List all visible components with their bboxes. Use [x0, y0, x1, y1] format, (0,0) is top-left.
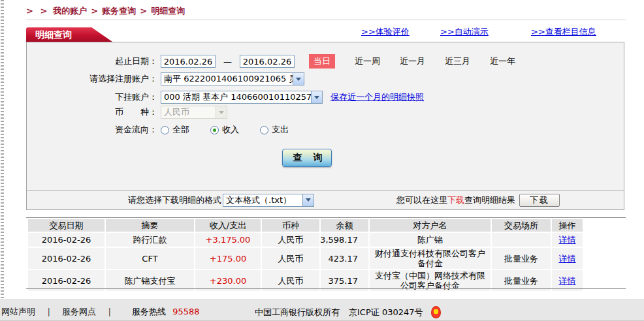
query-panel: 起止日期： — 当日 近一周 近一月 近三月 近一年 请选择注册账户： 南平 6…	[26, 42, 624, 210]
breadcrumb: > >我的账户>账务查询>明细查询	[26, 5, 185, 17]
footer-copyright: 中国工商银行版权所有	[255, 307, 340, 318]
table-cell-counterparty: 陈广锦	[370, 233, 491, 247]
date-from-input[interactable]	[161, 55, 216, 68]
sub-account-value: 000 活期 基本户 1406600101102571848	[161, 91, 311, 103]
quick-range-week[interactable]: 近一周	[355, 55, 380, 67]
currency-label: 币 种：	[27, 106, 157, 118]
breadcrumb-prefix: > >	[26, 6, 49, 16]
link-view-column-info[interactable]: >>查看栏目信息	[531, 26, 596, 38]
download-button[interactable]: 下载	[519, 194, 560, 207]
breadcrumb-account-query[interactable]: 账务查询	[102, 6, 136, 16]
currency-value: 人民币	[161, 106, 216, 118]
table-cell-amount: +175.00	[195, 248, 261, 269]
table-bottom-line	[26, 288, 626, 289]
tab-detail-query[interactable]: 明细查询	[26, 27, 112, 42]
flow-option-all[interactable]: 全部	[161, 124, 189, 136]
date-separator: —	[223, 57, 232, 67]
table-cell-summary: 跨行汇款	[106, 233, 194, 247]
flow-option-all-label: 全部	[172, 124, 189, 136]
table-cell-balance: 423.17	[321, 248, 368, 269]
table-header-balance: 余额	[321, 219, 368, 232]
footer-link-site-statement[interactable]: 网站声明	[1, 307, 35, 316]
link-auto-demo[interactable]: >>自动演示	[440, 26, 489, 38]
table-cell-date: 2016-02-26	[28, 233, 105, 247]
transaction-table: 交易日期 摘要 收入/支出 币种 余额 对方户名 交易场所 操作 2016-02…	[28, 219, 583, 291]
save-snapshot-link[interactable]: 保存近一个月的明细快照	[330, 91, 424, 103]
register-account-row: 请选择注册账户： 南平 6222001406100921065 灵通卡	[27, 72, 624, 85]
register-account-value: 南平 6222001406100921065 灵通卡	[161, 73, 293, 85]
table-header-amount: 收入/支出	[195, 219, 261, 232]
fund-flow-label: 资金流向：	[27, 124, 157, 136]
register-account-label: 请选择注册账户：	[27, 73, 157, 85]
chevron-down-icon	[311, 91, 322, 103]
fund-flow-row: 资金流向： 全部 收入 支出	[27, 124, 624, 136]
left-dotted-border	[1, 0, 4, 299]
quick-range-quarter[interactable]: 近三月	[445, 55, 470, 67]
chevron-down-icon	[216, 106, 227, 118]
link-experience-rating[interactable]: >>体验评价	[361, 26, 410, 38]
download-hint-post: 查询明细结果	[464, 195, 515, 205]
breadcrumb-separator: >	[140, 6, 147, 16]
footer-separator: ｜	[105, 307, 114, 316]
radio-unselected-icon	[161, 126, 169, 134]
date-range-label: 起止日期：	[27, 55, 157, 67]
table-cell-balance: 3,598.17	[321, 233, 368, 247]
download-hint-red: 下载	[447, 195, 464, 205]
table-cell-amount: +3,175.00	[195, 233, 261, 247]
breadcrumb-my-account[interactable]: 我的账户	[53, 6, 87, 16]
quick-range-month[interactable]: 近一月	[400, 55, 425, 67]
query-button-row: 查 询	[8, 149, 605, 167]
table-header-action: 操作	[552, 219, 583, 232]
sub-account-row: 下挂账户： 000 活期 基本户 1406600101102571848 保存近…	[27, 91, 624, 104]
download-format-value: 文本格式（.txt）	[223, 194, 302, 206]
page: > >我的账户>账务查询>明细查询 明细查询 >>体验评价 >>自动演示 >>查…	[0, 0, 644, 321]
table-header-counterparty: 对方户名	[370, 219, 491, 232]
flow-option-expense[interactable]: 支出	[260, 124, 289, 136]
download-format-label: 请您选择下载明细的格式	[128, 194, 221, 206]
flow-option-income[interactable]: 收入	[210, 124, 239, 136]
download-format-select[interactable]: 文本格式（.txt）	[223, 194, 314, 207]
query-button[interactable]: 查 询	[282, 149, 332, 167]
download-strip: 请您选择下载明细的格式 文本格式（.txt） 您可以在这里下载查询明细结果 下载	[27, 190, 624, 209]
sub-account-select[interactable]: 000 活期 基本户 1406600101102571848	[161, 91, 323, 104]
register-account-select[interactable]: 南平 6222001406100921065 灵通卡	[161, 72, 304, 85]
table-cell-currency: 人民币	[262, 233, 319, 247]
table-header-currency: 币种	[262, 219, 319, 232]
detail-link[interactable]: 详情	[559, 276, 576, 286]
flow-option-income-label: 收入	[222, 124, 239, 136]
table-cell-date: 2016-02-26	[28, 248, 105, 269]
table-cell-currency: 人民币	[262, 248, 319, 269]
footer-icp: 京ICP证 030247号	[349, 307, 423, 318]
date-to-input[interactable]	[240, 55, 295, 68]
footer-hotline-number: 95588	[172, 307, 199, 316]
footer-hotline-label: 服务热线	[132, 307, 166, 316]
quick-range-today[interactable]: 当日	[309, 54, 335, 69]
table-top-line	[26, 217, 626, 218]
footer-link-service-outlets[interactable]: 服务网点	[62, 307, 96, 316]
currency-select-disabled: 人民币	[161, 106, 227, 119]
chevron-down-icon	[302, 194, 314, 206]
radio-unselected-icon	[260, 126, 268, 134]
table-cell-place: 批量业务	[492, 248, 551, 269]
download-hint: 您可以在这里下载查询明细结果	[396, 194, 515, 206]
chevron-down-icon	[293, 73, 304, 85]
quick-range-year[interactable]: 近一年	[490, 55, 515, 67]
table-cell-place	[492, 233, 551, 247]
footer-separator: ｜	[44, 307, 53, 316]
table-header-place: 交易场所	[492, 219, 551, 232]
security-badge-icon	[431, 306, 441, 318]
sub-account-label: 下挂账户：	[27, 91, 157, 103]
currency-row: 币 种： 人民币	[27, 106, 624, 119]
detail-link[interactable]: 详情	[559, 254, 576, 264]
detail-link[interactable]: 详情	[559, 235, 576, 245]
table-cell-summary: CFT	[106, 248, 194, 269]
breadcrumb-detail-query[interactable]: 明细查询	[151, 6, 185, 16]
table-header-date: 交易日期	[28, 219, 105, 232]
footer: 网站声明 ｜ 服务网点 ｜ 服务热线 95588 中国工商银行版权所有 京ICP…	[0, 299, 644, 321]
table-cell-counterparty: 财付通支付科技有限公司客户备付金	[370, 248, 491, 269]
table-header-summary: 摘要	[106, 219, 194, 232]
radio-selected-icon	[210, 126, 219, 134]
breadcrumb-divider	[26, 20, 626, 20]
breadcrumb-separator: >	[91, 6, 98, 16]
flow-option-expense-label: 支出	[272, 124, 289, 136]
